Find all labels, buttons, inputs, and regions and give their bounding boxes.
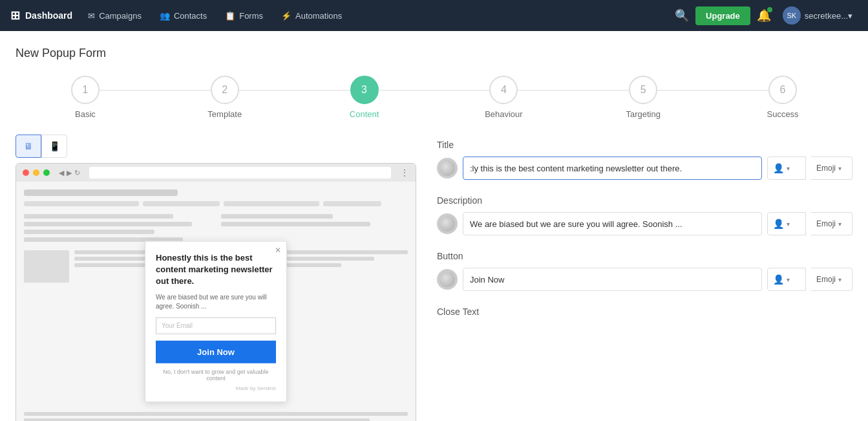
description-color-swatch-inner	[439, 216, 455, 232]
description-label: Description	[437, 195, 852, 206]
button-color-swatch-inner	[439, 272, 455, 287]
button-emoji-chevron: ▾	[838, 276, 842, 283]
popup-description-text: We are biased but we are sure you will a…	[156, 292, 276, 310]
browser-menu-icon: ⋮	[400, 167, 409, 178]
campaigns-icon: ✉	[88, 11, 95, 21]
popup-join-button[interactable]: Join Now	[156, 340, 276, 363]
user-menu[interactable]: SK secretkee...▾	[778, 4, 858, 27]
step-basic[interactable]: 1 Basic	[16, 76, 155, 119]
step-2-label: Template	[207, 109, 242, 119]
browser-preview: ◀ ▶ ↻ ⋮	[16, 163, 416, 421]
popup-branding: Made by Sendinb	[156, 385, 276, 391]
title-color-swatch-inner	[439, 160, 455, 176]
button-font-icon: 👤	[773, 274, 784, 285]
description-font-icon: 👤	[773, 219, 784, 229]
step-template[interactable]: 2 Template	[155, 76, 295, 119]
step-targeting[interactable]: 5 Targeting	[573, 76, 713, 119]
step-5-circle: 5	[629, 76, 657, 104]
popup-email-input[interactable]: Your Email	[156, 317, 276, 334]
browser-chrome: ◀ ▶ ↻ ⋮	[16, 164, 416, 182]
step-1-circle: 1	[71, 76, 100, 104]
browser-dot-minimize	[33, 169, 39, 176]
description-input[interactable]	[463, 212, 762, 235]
browser-dot-maximize	[43, 169, 50, 176]
browser-url-bar	[89, 167, 391, 178]
browser-navigation: ◀ ▶ ↻	[59, 169, 80, 177]
button-emoji-select[interactable]: Emoji ▾	[811, 268, 852, 291]
contacts-icon: 👥	[160, 11, 170, 21]
popup-decline-text: No, I don't want to grow and get valuabl…	[156, 368, 276, 381]
notifications-button[interactable]: 🔔	[753, 5, 775, 27]
nav-contacts[interactable]: 👥 Contacts	[152, 7, 215, 25]
step-2-circle: 2	[211, 76, 239, 104]
step-4-label: Behaviour	[485, 109, 523, 119]
steps-wizard: 1 Basic 2 Template 3 Content 4 Behaviour…	[16, 76, 852, 119]
description-emoji-chevron: ▾	[838, 221, 842, 228]
browser-dot-close	[23, 169, 29, 176]
editor-layout: 🖥 📱 ◀ ▶ ↻ ⋮	[16, 135, 852, 421]
title-field-row: 👤 ▾ Emoji ▾	[437, 157, 852, 180]
button-emoji-label: Emoji	[816, 275, 836, 284]
step-content[interactable]: 3 Content	[295, 76, 434, 119]
description-font-chevron: ▾	[787, 221, 790, 228]
notification-badge	[767, 7, 772, 12]
title-emoji-select[interactable]: Emoji ▾	[811, 157, 852, 180]
browser-back[interactable]: ◀	[59, 169, 64, 177]
title-label: Title	[437, 140, 852, 150]
button-input[interactable]	[463, 268, 762, 291]
description-emoji-select[interactable]: Emoji ▾	[811, 212, 852, 235]
button-font-chevron: ▾	[787, 276, 790, 283]
nav-campaigns-label: Campaigns	[99, 11, 142, 21]
title-emoji-label: Emoji	[816, 164, 836, 173]
popup-modal: ✕ Honestly this is the best content mark…	[145, 241, 287, 402]
title-font-chevron: ▾	[787, 165, 790, 172]
step-3-circle: 3	[350, 76, 379, 104]
avatar: SK	[783, 6, 801, 25]
nav-forms[interactable]: 📋 Forms	[217, 7, 271, 25]
title-font-icon: 👤	[773, 163, 784, 173]
close-text-label: Close Text	[437, 307, 852, 317]
description-emoji-label: Emoji	[816, 219, 836, 228]
title-color-picker[interactable]	[437, 158, 458, 178]
mobile-view-button[interactable]: 📱	[41, 135, 67, 158]
browser-refresh[interactable]: ↻	[74, 169, 80, 177]
nav-campaigns[interactable]: ✉ Campaigns	[80, 7, 149, 25]
title-section: Title 👤 ▾ Emoji ▾	[437, 140, 852, 180]
page-title: New Popup Form	[16, 47, 852, 60]
button-font-select[interactable]: 👤 ▾	[767, 268, 806, 291]
nav-automations-label: Automations	[295, 11, 342, 21]
popup-close-button[interactable]: ✕	[275, 246, 281, 255]
preview-panel: 🖥 📱 ◀ ▶ ↻ ⋮	[16, 135, 416, 421]
view-toggle: 🖥 📱	[16, 135, 416, 158]
brand-label: Dashboard	[25, 10, 72, 21]
button-color-picker[interactable]	[437, 269, 458, 290]
top-navigation: ⊞ Dashboard ✉ Campaigns 👥 Contacts 📋 For…	[0, 0, 868, 31]
title-font-select[interactable]: 👤 ▾	[767, 157, 806, 180]
button-field-row: 👤 ▾ Emoji ▾	[437, 268, 852, 291]
user-name: secretkee...▾	[805, 11, 852, 21]
title-emoji-chevron: ▾	[838, 165, 842, 172]
search-button[interactable]: 🔍	[671, 5, 693, 27]
close-text-section: Close Text	[437, 307, 852, 317]
step-3-label: Content	[350, 109, 379, 119]
step-1-label: Basic	[75, 109, 96, 119]
browser-forward[interactable]: ▶	[67, 169, 72, 177]
step-6-circle: 6	[768, 76, 797, 104]
step-4-circle: 4	[489, 76, 518, 104]
desktop-view-button[interactable]: 🖥	[16, 135, 41, 158]
nav-forms-label: Forms	[239, 11, 263, 21]
step-5-label: Targeting	[626, 109, 660, 119]
step-behaviour[interactable]: 4 Behaviour	[434, 76, 573, 119]
browser-page-content: ✕ Honestly this is the best content mark…	[16, 182, 416, 421]
description-font-select[interactable]: 👤 ▾	[767, 212, 806, 235]
brand-logo[interactable]: ⊞ Dashboard	[10, 8, 72, 23]
form-panel: Title 👤 ▾ Emoji ▾	[437, 135, 852, 421]
forms-icon: 📋	[225, 11, 235, 21]
description-field-row: 👤 ▾ Emoji ▾	[437, 212, 852, 235]
button-section: Button 👤 ▾ Emoji ▾	[437, 251, 852, 291]
description-color-picker[interactable]	[437, 213, 458, 234]
title-input[interactable]	[463, 157, 762, 180]
upgrade-button[interactable]: Upgrade	[695, 6, 750, 25]
step-success[interactable]: 6 Success	[713, 76, 852, 119]
nav-automations[interactable]: ⚡ Automations	[273, 7, 350, 25]
